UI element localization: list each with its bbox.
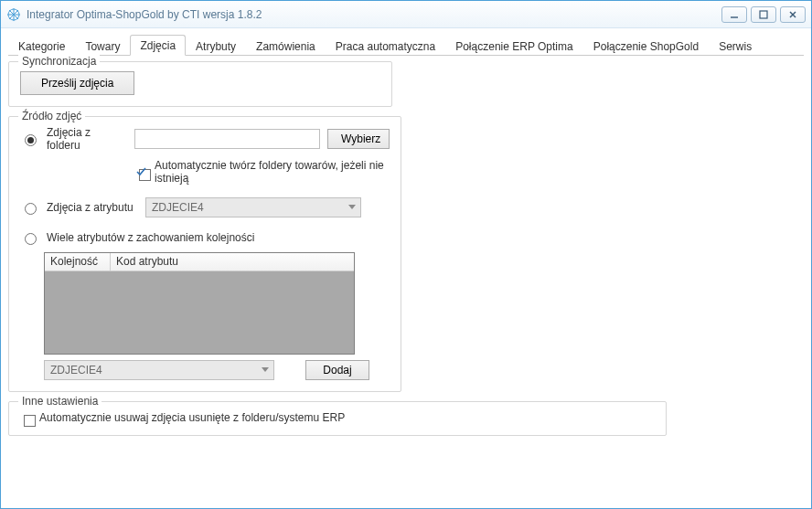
group-inne: Inne ustawienia Automatycznie usuwaj zdj… (8, 401, 667, 436)
svg-marker-9 (348, 205, 356, 209)
tab-serwis[interactable]: Serwis (709, 36, 762, 56)
group-synchronizacja: Synchronizacja Prześlij zdjęcia (8, 61, 392, 107)
label-folder[interactable]: Zdjęcia z folderu (47, 126, 127, 152)
add-button[interactable]: Dodaj (305, 360, 369, 380)
tab-praca-auto[interactable]: Praca automatyczna (326, 36, 445, 56)
group-legend: Źródło zdjęć (18, 110, 85, 122)
tab-zdjecia[interactable]: Zdjęcia (130, 35, 186, 56)
grid-header: Kolejność Kod atrybutu (45, 253, 354, 271)
svg-rect-6 (760, 11, 767, 18)
close-button[interactable] (780, 6, 806, 23)
attr-combo-text: ZDJECIE4 (146, 201, 344, 214)
attr-grid[interactable]: Kolejność Kod atrybutu (44, 252, 355, 355)
minimize-button[interactable] (721, 6, 747, 23)
folder-path-input[interactable] (134, 129, 320, 149)
group-legend: Inne ustawienia (18, 395, 102, 408)
tab-atrybuty[interactable]: Atrybuty (186, 36, 246, 56)
radio-attr[interactable] (25, 203, 37, 215)
svg-marker-10 (262, 367, 269, 372)
row-attr: Zdjęcia z atrybutu ZDJECIE4 (20, 197, 390, 217)
checkbox-auto-folders[interactable] (139, 169, 151, 181)
label-multi[interactable]: Wiele atrybutów z zachowaniem kolejności (47, 231, 254, 244)
app-window: Integrator Optima-ShopGold by CTI wersja… (0, 0, 812, 509)
radio-multi[interactable] (25, 233, 37, 245)
attr-combo[interactable]: ZDJECIE4 (145, 197, 361, 217)
tabstrip: Kategorie Towary Zdjęcia Atrybuty Zamówi… (8, 34, 804, 56)
tab-shopgold[interactable]: Połączenie ShopGold (583, 36, 709, 56)
multi-combo[interactable]: ZDJECIE4 (44, 360, 274, 380)
browse-button[interactable]: Wybierz (327, 129, 390, 149)
multi-block: Kolejność Kod atrybutu ZDJECIE4 Dodaj (44, 252, 390, 380)
row-auto-folders: Automatycznie twórz foldery towarów, jeż… (135, 159, 390, 185)
tab-erp-optima[interactable]: Połączenie ERP Optima (445, 36, 583, 56)
col-order[interactable]: Kolejność (45, 253, 111, 270)
app-icon (6, 7, 21, 22)
tab-kategorie[interactable]: Kategorie (8, 36, 75, 56)
group-zrodlo: Źródło zdjęć Zdjęcia z folderu Wybierz A… (8, 116, 401, 392)
row-multi-controls: ZDJECIE4 Dodaj (44, 360, 390, 380)
chevron-down-icon (257, 367, 273, 373)
multi-combo-text: ZDJECIE4 (45, 364, 257, 376)
row-auto-delete: Automatycznie usuwaj zdjęcia usunięte z … (20, 411, 655, 424)
maximize-button[interactable] (751, 6, 776, 23)
window-controls (721, 6, 806, 23)
label-auto-delete: Automatycznie usuwaj zdjęcia usunięte z … (39, 411, 345, 424)
chevron-down-icon (344, 205, 360, 210)
upload-button[interactable]: Prześlij zdjęcia (20, 71, 134, 95)
client-area: Kategorie Towary Zdjęcia Atrybuty Zamówi… (1, 28, 811, 508)
checkbox-auto-delete[interactable] (24, 415, 36, 427)
tab-zamowienia[interactable]: Zamówienia (246, 36, 326, 56)
label-auto-folders: Automatycznie twórz foldery towarów, jeż… (155, 159, 390, 185)
window-title: Integrator Optima-ShopGold by CTI wersja… (27, 8, 721, 21)
row-folder: Zdjęcia z folderu Wybierz (20, 126, 390, 152)
tab-towary[interactable]: Towary (75, 36, 130, 56)
radio-folder[interactable] (25, 134, 37, 146)
titlebar: Integrator Optima-ShopGold by CTI wersja… (1, 1, 811, 28)
row-multi: Wiele atrybutów z zachowaniem kolejności (20, 230, 390, 245)
group-legend: Synchronizacja (18, 55, 100, 68)
label-attr[interactable]: Zdjęcia z atrybutu (47, 201, 138, 214)
col-code[interactable]: Kod atrybutu (111, 253, 354, 270)
